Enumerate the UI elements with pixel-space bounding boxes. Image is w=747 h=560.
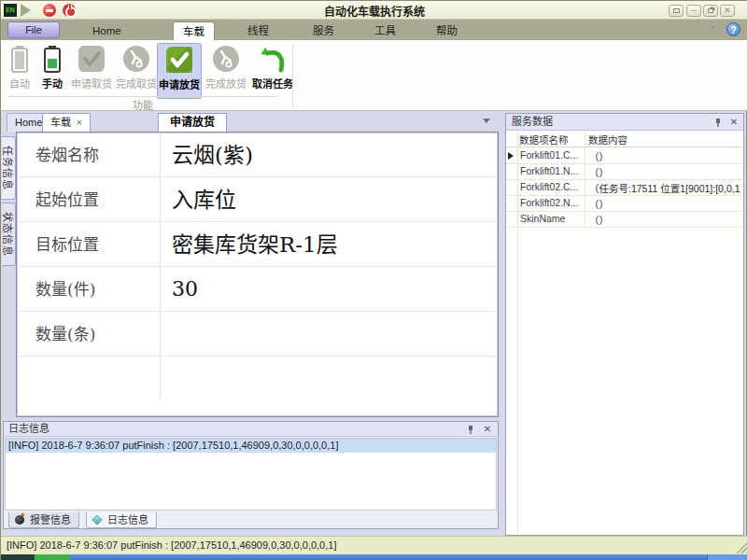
status-message: [INFO] 2018-6-7 9:36:07 putFinish : [200…	[7, 539, 336, 551]
ribbon-button-label: 完成放货	[204, 76, 247, 91]
screen-icon	[673, 8, 680, 13]
hand-truck-grey-icon	[122, 45, 150, 73]
file-menu-button[interactable]: File	[7, 21, 60, 38]
ribbon-tab-tools[interactable]: 工具	[365, 21, 405, 40]
ribbon-tab-service[interactable]: 服务	[303, 21, 344, 40]
ribbon-tab-home[interactable]: Home	[83, 21, 131, 40]
ribbon-button-label: 手动	[36, 76, 68, 91]
tab-log-info[interactable]: 日志信息	[86, 512, 157, 528]
restore-button[interactable]	[703, 5, 718, 17]
log-entry-selected[interactable]: [INFO] 2018-6-7 9:36:07 putFinish : [200…	[6, 439, 496, 453]
ribbon-button-label: 自动	[5, 76, 35, 91]
manual-mode-button[interactable]: 手动	[36, 43, 68, 99]
log-icon	[92, 514, 102, 525]
request-pickup-button[interactable]: 申请取货	[70, 43, 113, 99]
auto-mode-button[interactable]: 自动	[5, 43, 35, 99]
field-value: 入库位	[172, 177, 236, 222]
hand-truck-grey-icon	[212, 45, 240, 73]
cancel-task-button[interactable]: 取消任务	[249, 43, 296, 99]
field-label: 数量(件)	[35, 267, 95, 312]
field-label: 起始位置	[35, 177, 99, 222]
tab-list-dropdown-icon[interactable]	[483, 119, 490, 123]
column-header-name: 数据项名称	[519, 133, 569, 147]
table-header: 数据项名称 数据内容	[506, 132, 742, 147]
help-button[interactable]: ?	[726, 22, 740, 36]
field-label: 卷烟名称	[35, 133, 99, 177]
cell-content: （）	[589, 197, 740, 211]
service-data-panel: 服务数据 ✕ 数据项名称 数据内容 Forklift01.C... （） For…	[505, 113, 744, 536]
ribbon-tab-help[interactable]: 帮助	[427, 21, 467, 40]
field-value: 密集库货架R-1层	[172, 222, 338, 267]
close-tab-icon[interactable]: ×	[77, 114, 82, 132]
taskbar-green-segment[interactable]	[35, 554, 70, 560]
column-divider	[160, 267, 161, 311]
table-row[interactable]: SkinName （）	[506, 212, 742, 228]
log-list: [INFO] 2018-6-7 9:36:07 putFinish : [200…	[5, 438, 497, 511]
cell-name: Forklift02.C...	[520, 181, 584, 192]
side-tab-task-info[interactable]: 任务信息	[2, 136, 16, 200]
column-header-content: 数据内容	[588, 133, 627, 147]
pin-icon[interactable]	[713, 118, 723, 127]
window-title: 自动化车载执行系统	[1, 3, 747, 19]
pin-icon[interactable]	[466, 425, 475, 434]
table-row[interactable]: Forklift01.C... （）	[506, 148, 742, 164]
collapse-ribbon-icon[interactable]: ⌃	[707, 25, 718, 35]
os-taskbar	[1, 554, 747, 560]
doc-tab-label: 车载	[50, 117, 71, 128]
field-value: 30	[172, 267, 198, 312]
minimize-button[interactable]: –	[686, 5, 701, 17]
column-divider	[160, 177, 161, 221]
battery-icon	[9, 45, 30, 73]
cell-name: Forklift02.N...	[520, 197, 584, 208]
side-tab-label: 任务信息	[1, 146, 16, 190]
cell-name: Forklift01.C...	[520, 149, 584, 161]
ribbon-button-label: 取消任务	[249, 76, 296, 91]
tool-window-button[interactable]	[669, 5, 684, 17]
check-square-grey-icon	[78, 45, 106, 73]
taskbar-start-segment[interactable]	[1, 554, 35, 560]
ribbon-tab-thread[interactable]: 线程	[238, 21, 278, 40]
complete-drop-button[interactable]: 完成放货	[204, 43, 247, 99]
cell-content: （）	[589, 165, 740, 179]
form-row-empty	[17, 357, 498, 401]
alarm-icon	[15, 515, 24, 525]
resize-grip[interactable]	[736, 542, 747, 553]
side-tab-label: 状态信息	[1, 212, 16, 257]
request-drop-button[interactable]: 申请放货	[157, 43, 202, 99]
form-row: 数量(件) 30	[17, 267, 498, 312]
field-label: 数量(条)	[35, 312, 95, 357]
table-row[interactable]: Forklift02.C... （任务号:17511 位置1[9001]:[0,…	[506, 180, 742, 196]
tab-alarm-info[interactable]: 报警信息	[8, 512, 79, 528]
field-value: 云烟(紫)	[172, 133, 253, 177]
field-label: 目标位置	[35, 222, 99, 267]
inner-tab-request-drop[interactable]: 申请放货	[158, 113, 227, 132]
cell-content: （）	[589, 149, 740, 163]
cell-name: SkinName	[520, 213, 584, 224]
form-row: 目标位置 密集库货架R-1层	[17, 222, 498, 267]
cell-name: Forklift01.N...	[520, 165, 584, 176]
restore-icon	[708, 8, 713, 13]
taskbar-tray-segment[interactable]	[707, 554, 747, 560]
side-tab-status-info[interactable]: 状态信息	[2, 203, 16, 266]
ribbon-button-label: 申请放货	[158, 77, 201, 91]
title-bar: EN 自动化车载执行系统 – ✕	[1, 1, 747, 20]
close-panel-icon[interactable]: ✕	[728, 116, 740, 128]
close-panel-icon[interactable]: ✕	[482, 423, 493, 435]
status-bar: [INFO] 2018-6-7 9:36:07 putFinish : [200…	[1, 536, 747, 554]
ribbon-tab-vehicle[interactable]: 车载	[173, 21, 215, 40]
close-button[interactable]: ✕	[720, 5, 735, 17]
log-panel: 日志信息 ✕ [INFO] 2018-6-7 9:36:07 putFinish…	[3, 421, 499, 529]
group-label: 功能	[8, 97, 277, 112]
column-divider	[160, 312, 161, 356]
undo-arrow-icon	[259, 45, 287, 73]
table-row[interactable]: Forklift02.N... （）	[506, 196, 742, 212]
doc-tab-vehicle[interactable]: 车载×	[42, 113, 91, 132]
table-row[interactable]: Forklift01.N... （）	[506, 164, 742, 180]
cell-content: （任务号:17511 位置1[9001]:[0,0,1]...	[589, 181, 740, 195]
form-row: 起始位置 入库位	[17, 177, 498, 222]
complete-pickup-button[interactable]: 完成取货	[115, 43, 158, 99]
column-divider	[160, 222, 161, 266]
column-divider	[160, 357, 161, 401]
ribbon-body: 自动 手动 申请取货 完成取货	[1, 40, 747, 111]
cell-content: （）	[589, 213, 740, 227]
